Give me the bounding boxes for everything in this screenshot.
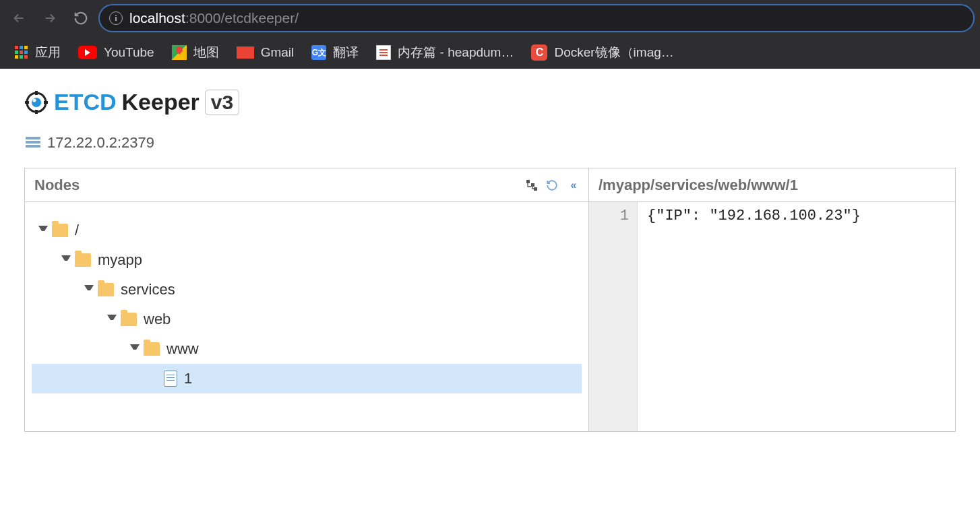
tree-node-web[interactable]: web — [32, 305, 582, 334]
nav-forward-button[interactable] — [38, 6, 62, 30]
nodes-panel: Nodes « / myapp — [24, 168, 589, 432]
tree-node-label: www — [166, 340, 199, 358]
tree-node-label: web — [144, 311, 171, 328]
svg-point-2 — [33, 98, 36, 102]
nodes-tree: / myapp services web www — [25, 202, 588, 407]
expand-arrow-icon[interactable] — [130, 344, 140, 354]
expand-arrow-icon[interactable] — [84, 285, 94, 294]
svg-rect-4 — [35, 110, 38, 114]
value-panel-header: /myapp/services/web/www/1 — [589, 168, 955, 202]
bookmark-label: 地图 — [193, 44, 219, 61]
bookmark-youtube[interactable]: YouTube — [78, 45, 154, 60]
bookmark-label: Gmail — [261, 45, 295, 60]
expand-arrow-icon[interactable] — [61, 255, 71, 265]
editor-gutter: 1 — [589, 202, 638, 431]
nodes-panel-header: Nodes « — [25, 168, 588, 202]
etcdkeeper-logo-icon — [24, 90, 49, 115]
editor-line: {"IP": "192.168.100.23"} — [647, 208, 861, 224]
browser-chrome: i localhost:8000/etcdkeeper/ 应用 YouTube … — [0, 0, 980, 69]
svg-rect-9 — [534, 187, 537, 191]
version-badge: v3 — [205, 90, 239, 115]
tree-node-label: 1 — [184, 370, 192, 387]
url-path: /etcdkeeper/ — [220, 10, 299, 26]
tree-mode-icon[interactable] — [525, 179, 539, 192]
url-bar[interactable]: i localhost:8000/etcdkeeper/ — [100, 5, 973, 31]
nav-back-button[interactable] — [7, 6, 31, 30]
svg-rect-3 — [35, 91, 38, 95]
folder-icon — [121, 313, 137, 326]
url-port: :8000 — [185, 10, 221, 26]
folder-icon — [98, 283, 114, 296]
tree-node-www[interactable]: www — [32, 334, 582, 364]
url-host: localhost — [129, 10, 185, 26]
c-letter-icon: C — [531, 44, 547, 61]
bookmark-apps-label: 应用 — [35, 44, 61, 61]
app-title-keeper: Keeper — [122, 89, 200, 115]
svg-rect-6 — [44, 101, 48, 104]
svg-point-1 — [32, 98, 41, 107]
url-text: localhost:8000/etcdkeeper/ — [129, 10, 299, 26]
app-title-etcd: ETCD — [54, 89, 117, 115]
bookmark-gmail[interactable]: Gmail — [237, 45, 295, 60]
svg-rect-7 — [526, 180, 530, 183]
tree-node-label: / — [75, 222, 79, 239]
server-icon — [26, 137, 40, 149]
value-panel: /myapp/services/web/www/1 1 {"IP": "192.… — [589, 168, 956, 432]
svg-rect-5 — [25, 101, 29, 104]
value-panel-title: /myapp/services/web/www/1 — [599, 177, 798, 194]
google-translate-icon: G文 — [311, 45, 326, 60]
bookmark-translate[interactable]: G文 翻译 — [311, 44, 359, 61]
tree-node-myapp[interactable]: myapp — [32, 245, 582, 275]
file-icon — [164, 371, 177, 387]
svg-rect-8 — [531, 183, 534, 187]
document-icon — [376, 45, 391, 60]
expand-arrow-icon[interactable] — [38, 226, 48, 235]
folder-icon — [52, 224, 68, 237]
nodes-panel-title: Nodes — [34, 177, 80, 194]
bookmark-label: Docker镜像（imag… — [554, 44, 673, 61]
bookmark-heapdump[interactable]: 内存篇 - heapdum… — [376, 44, 514, 61]
tree-node-label: myapp — [98, 251, 142, 269]
editor-content[interactable]: {"IP": "192.168.100.23"} — [638, 202, 870, 431]
folder-icon — [75, 253, 91, 267]
bookmarks-bar: 应用 YouTube 地图 Gmail G文 翻译 内存篇 - heapdum…… — [0, 36, 980, 69]
nav-reload-button[interactable] — [69, 6, 93, 30]
nodes-panel-tools: « — [525, 179, 579, 192]
gmail-icon — [237, 46, 254, 59]
app-header: ETCD Keeper v3 — [0, 69, 980, 115]
apps-grid-icon — [15, 46, 28, 59]
browser-toolbar: i localhost:8000/etcdkeeper/ — [0, 0, 980, 36]
youtube-icon — [78, 46, 97, 59]
bookmark-apps[interactable]: 应用 — [15, 44, 61, 61]
tree-node-1[interactable]: 1 — [32, 364, 582, 393]
expand-arrow-icon[interactable] — [107, 315, 117, 324]
bookmark-label: YouTube — [104, 45, 154, 60]
refresh-icon[interactable] — [545, 179, 559, 192]
server-address-row: 172.22.0.2:2379 — [0, 115, 980, 168]
main-panels: Nodes « / myapp — [0, 168, 980, 432]
collapse-panel-icon[interactable]: « — [565, 179, 579, 192]
bookmark-label: 内存篇 - heapdum… — [398, 44, 514, 61]
maps-icon — [172, 45, 187, 60]
value-editor[interactable]: 1 {"IP": "192.168.100.23"} — [589, 202, 955, 431]
bookmark-maps[interactable]: 地图 — [172, 44, 219, 61]
app-title: ETCD Keeper v3 — [24, 89, 956, 115]
bookmark-docker[interactable]: C Docker镜像（imag… — [531, 44, 673, 61]
editor-line-number: 1 — [589, 208, 629, 224]
bookmark-label: 翻译 — [333, 44, 359, 61]
tree-node-root[interactable]: / — [32, 216, 582, 245]
tree-node-label: services — [121, 281, 175, 298]
folder-icon — [144, 342, 160, 356]
server-address[interactable]: 172.22.0.2:2379 — [47, 134, 154, 152]
tree-node-services[interactable]: services — [32, 275, 582, 305]
site-info-icon[interactable]: i — [109, 11, 123, 25]
